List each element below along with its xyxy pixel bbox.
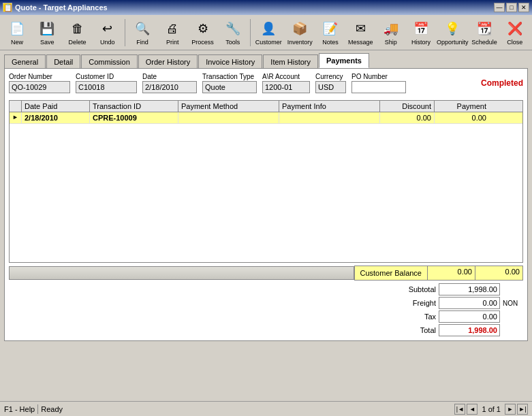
toolbar-new-button[interactable]: 📄New (3, 17, 31, 48)
col-payment-method: Payment Method (178, 101, 279, 112)
horizontal-scrollbar[interactable] (9, 266, 354, 280)
order-number-label: Order Number (9, 73, 70, 80)
next-page-button[interactable]: ► (505, 404, 516, 415)
help-text: F1 - Help (4, 405, 35, 413)
first-page-button[interactable]: |◄ (454, 404, 465, 415)
status-badge: Completed (481, 73, 523, 88)
toolbar-schedule-button[interactable]: 📆Schedule (469, 17, 499, 48)
ar-account-group: A\R Account (262, 73, 310, 93)
toolbar-find-button[interactable]: 🔍Find (128, 17, 157, 48)
window-title: Quote - Target Appliances (15, 3, 108, 12)
customer-id-input[interactable] (76, 81, 137, 93)
message-icon: ✉ (351, 19, 370, 38)
window-icon: 📋 (3, 3, 12, 12)
toolbar-inventory-button[interactable]: 📦Inventory (285, 17, 315, 48)
order-number-input[interactable] (9, 81, 70, 93)
tab-general[interactable]: General (4, 54, 46, 68)
minimize-button[interactable]: — (494, 3, 505, 12)
payments-tab-panel: Order Number Customer ID Date Transactio… (4, 68, 528, 341)
status-sep (37, 404, 38, 414)
delete-icon: 🗑 (68, 19, 87, 38)
ship-icon: 🚚 (381, 19, 401, 38)
subtotal-value[interactable] (439, 283, 500, 295)
status-bar: F1 - Help Ready |◄ ◄ 1 of 1 ► ►| (0, 401, 532, 416)
maximize-button[interactable]: □ (506, 3, 517, 12)
toolbar-print-button[interactable]: 🖨Print (158, 17, 187, 48)
tab-order_history[interactable]: Order History (138, 54, 198, 68)
toolbar-customer-button[interactable]: 👤Customer (253, 17, 284, 48)
prev-page-button[interactable]: ◄ (467, 404, 478, 415)
tab-detail[interactable]: Detail (46, 54, 80, 68)
tools-icon: 🔧 (223, 19, 242, 38)
tab-commission[interactable]: Commission (81, 54, 138, 68)
col-discount: Discount (380, 101, 435, 112)
toolbar-notes-button[interactable]: 📝Notes (316, 17, 345, 48)
main-content: GeneralDetailCommissionOrder HistoryInvo… (0, 50, 532, 401)
customer-id-group: Customer ID (76, 73, 137, 93)
tax-row: Tax (398, 310, 523, 323)
date-input[interactable] (142, 81, 197, 93)
subtotal-label: Subtotal (398, 285, 436, 293)
page-info: 1 of 1 (479, 405, 503, 413)
toolbar-close-button[interactable]: ❌Close (501, 17, 529, 48)
process-icon: ⚙ (193, 19, 213, 38)
transaction-type-group: Transaction Type (202, 73, 257, 93)
col-date-paid: Date Paid (22, 101, 90, 112)
inventory-icon: 📦 (290, 19, 309, 38)
save-icon: 💾 (37, 19, 57, 38)
ready-text: Ready (41, 405, 452, 413)
col-transaction-id: Transaction ID (90, 101, 178, 112)
grid-body: ► 2/18/2010 CPRE-10009 0.00 0.00 (10, 112, 522, 262)
tabs-row: GeneralDetailCommissionOrder HistoryInvo… (4, 53, 528, 68)
date-group: Date (142, 73, 197, 93)
toolbar-sep (125, 19, 125, 46)
balance-payment: 0.00 (475, 266, 522, 280)
new-icon: 📄 (7, 19, 27, 38)
ar-account-input[interactable] (262, 81, 310, 93)
close-window-button[interactable]: ✕ (518, 3, 529, 12)
toolbar-sep (250, 19, 251, 46)
tab-item_history[interactable]: Item History (263, 54, 318, 68)
print-icon: 🖨 (163, 19, 182, 38)
total-value[interactable] (439, 324, 500, 336)
toolbar-opportunity-button[interactable]: 💡Opportunity (437, 17, 468, 48)
po-number-label: PO Number (351, 73, 406, 80)
toolbar-message-button[interactable]: ✉Message (346, 17, 375, 48)
toolbar-delete-button[interactable]: 🗑Delete (63, 17, 92, 48)
opportunity-icon: 💡 (443, 19, 462, 38)
row-indicator: ► (10, 112, 22, 123)
transaction-type-input[interactable] (202, 81, 257, 93)
freight-label: Freight (398, 299, 436, 307)
customer-balance-row: Customer Balance 0.00 0.00 (9, 266, 523, 281)
freight-value[interactable] (439, 297, 500, 309)
toolbar-save-button[interactable]: 💾Save (33, 17, 61, 48)
currency-input[interactable] (315, 81, 346, 93)
currency-group: Currency (315, 73, 346, 93)
last-page-button[interactable]: ►| (517, 404, 528, 415)
toolbar-undo-button[interactable]: ↩Undo (93, 17, 122, 48)
toolbar-tools-button[interactable]: 🔧Tools (219, 17, 247, 48)
total-row: Total (398, 324, 523, 336)
totals-section: Subtotal Freight NON Tax Total (9, 283, 523, 336)
tab-invoice_history[interactable]: Invoice History (198, 54, 262, 68)
schedule-icon: 📆 (475, 19, 494, 38)
cell-payment-info (279, 112, 380, 123)
title-bar: 📋 Quote - Target Appliances — □ ✕ (0, 0, 532, 15)
window-controls: — □ ✕ (494, 3, 529, 12)
table-row[interactable]: ► 2/18/2010 CPRE-10009 0.00 0.00 (10, 112, 522, 124)
tax-value[interactable] (439, 310, 500, 323)
customer-id-label: Customer ID (76, 73, 137, 80)
toolbar-history-button[interactable]: 📅History (407, 17, 435, 48)
pagination: |◄ ◄ 1 of 1 ► ►| (454, 404, 528, 415)
find-icon: 🔍 (133, 19, 152, 38)
toolbar-ship-button[interactable]: 🚚Ship (377, 17, 405, 48)
po-number-input[interactable] (351, 81, 406, 93)
transaction-type-label: Transaction Type (202, 73, 257, 80)
tab-payments[interactable]: Payments (319, 53, 369, 68)
toolbar: 📄New💾Save🗑Delete↩Undo🔍Find🖨Print⚙Process… (0, 15, 532, 50)
history-icon: 📅 (411, 19, 431, 38)
cell-payment: 0.00 (435, 112, 489, 123)
toolbar-process-button[interactable]: ⚙Process (188, 17, 217, 48)
notes-icon: 📝 (321, 19, 340, 38)
currency-label: Currency (315, 73, 346, 80)
